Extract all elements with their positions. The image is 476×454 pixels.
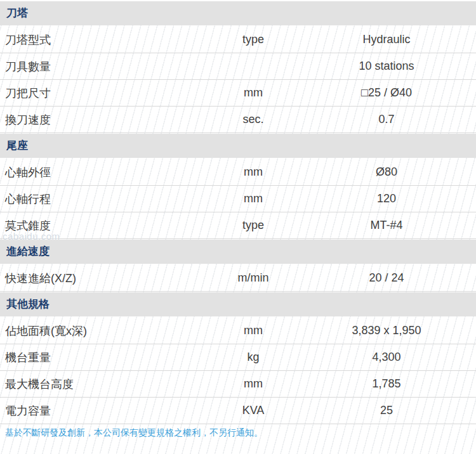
spec-value: 0.7 bbox=[291, 113, 476, 126]
spec-value: 20 / 24 bbox=[291, 271, 476, 285]
spec-value: Hydraulic bbox=[291, 33, 476, 46]
spec-label: 刀具數量 bbox=[0, 59, 216, 74]
spec-label: 刀把尺寸 bbox=[0, 86, 216, 101]
spec-label: 電力容量 bbox=[0, 403, 216, 418]
spec-unit: mm bbox=[216, 192, 291, 205]
spec-unit: type bbox=[216, 219, 291, 232]
spec-unit: mm bbox=[216, 324, 291, 337]
spec-row: 刀塔型式 type Hydraulic bbox=[0, 27, 476, 53]
section-header-tailstock: 尾座 bbox=[0, 134, 476, 158]
spec-label: 心軸行程 bbox=[0, 191, 216, 207]
section-header-feed-rate: 進給速度 bbox=[0, 240, 476, 264]
spec-unit: mm bbox=[216, 165, 291, 179]
spec-unit: mm bbox=[216, 86, 291, 100]
spec-label: 刀塔型式 bbox=[0, 32, 216, 48]
spec-unit: kg bbox=[216, 351, 291, 364]
spec-label: 換刀速度 bbox=[0, 112, 216, 127]
spec-value: 3,839 x 1,950 bbox=[291, 324, 476, 337]
spec-row: 心軸外徑 mm Ø80 bbox=[0, 159, 476, 186]
section-turret: 刀塔 刀塔型式 type Hydraulic 刀具數量 10 stations … bbox=[0, 1, 476, 133]
spec-value: 10 stations bbox=[291, 60, 476, 73]
spec-value: MT-#4 bbox=[291, 219, 476, 232]
spec-row: 電力容量 KVA 25 bbox=[0, 398, 476, 424]
spec-value: 25 bbox=[291, 404, 476, 417]
spec-unit: m/min bbox=[216, 271, 291, 285]
spec-row: 最大機台高度 mm 1,785 bbox=[0, 371, 476, 398]
spec-row: 機台重量 kg 4,300 bbox=[0, 344, 476, 371]
spec-unit: sec. bbox=[216, 113, 291, 126]
spec-label: 最大機台高度 bbox=[0, 377, 216, 392]
spec-unit: mm bbox=[216, 377, 291, 391]
spec-value: Ø80 bbox=[291, 165, 476, 179]
spec-row: 換刀速度 sec. 0.7 bbox=[0, 107, 476, 133]
spec-label: 機台重量 bbox=[0, 350, 216, 365]
section-header-turret: 刀塔 bbox=[0, 1, 476, 25]
spec-label: 心軸外徑 bbox=[0, 165, 216, 180]
section-tailstock: 尾座 心軸外徑 mm Ø80 心軸行程 mm 120 莫式錐度 type MT-… bbox=[0, 134, 476, 239]
section-feed-rate: 進給速度 快速進給(X/Z) m/min 20 / 24 bbox=[0, 240, 476, 292]
spec-value: □25 / Ø40 bbox=[291, 86, 476, 100]
disclaimer-note: 基於不斷研發及創新，本公司保有變更規格之權利，不另行通知。 bbox=[0, 424, 476, 439]
spec-row: 佔地面積(寬x深) mm 3,839 x 1,950 bbox=[0, 318, 476, 344]
spec-label: 快速進給(X/Z) bbox=[0, 271, 216, 286]
spec-value: 1,785 bbox=[291, 377, 476, 391]
spec-label: 佔地面積(寬x深) bbox=[0, 323, 216, 339]
section-other-specs: 其他規格 佔地面積(寬x深) mm 3,839 x 1,950 機台重量 kg … bbox=[0, 292, 476, 424]
spec-row: 快速進給(X/Z) m/min 20 / 24 bbox=[0, 265, 476, 292]
spec-unit: type bbox=[216, 33, 291, 46]
spec-unit: KVA bbox=[216, 404, 291, 417]
spec-row: 刀具數量 10 stations bbox=[0, 53, 476, 80]
section-header-other-specs: 其他規格 bbox=[0, 292, 476, 316]
spec-row: 莫式錐度 type MT-#4 bbox=[0, 212, 476, 239]
spec-page: 刀塔 刀塔型式 type Hydraulic 刀具數量 10 stations … bbox=[0, 1, 476, 454]
spec-row: 刀把尺寸 mm □25 / Ø40 bbox=[0, 80, 476, 107]
spec-label: 莫式錐度 bbox=[0, 218, 216, 233]
spec-value: 4,300 bbox=[291, 351, 476, 364]
spec-value: 120 bbox=[291, 192, 476, 205]
spec-row: 心軸行程 mm 120 bbox=[0, 186, 476, 212]
